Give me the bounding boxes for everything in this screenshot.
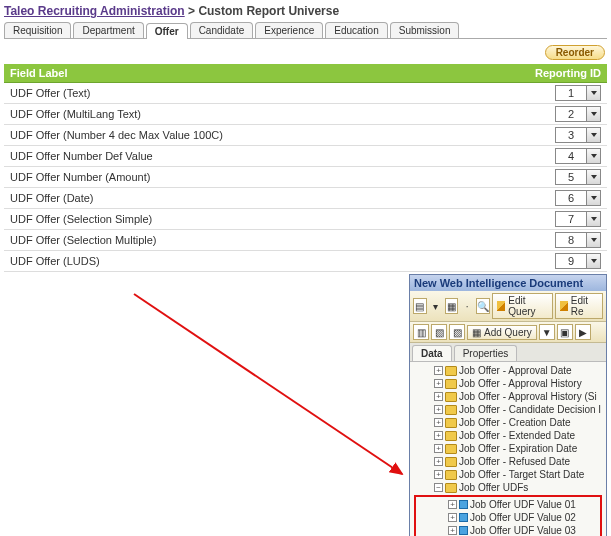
save-icon[interactable]: ▦ bbox=[445, 298, 459, 314]
tree-node-label: Job Offer - Target Start Date bbox=[459, 468, 584, 481]
folder-icon bbox=[445, 483, 457, 493]
tab-candidate[interactable]: Candidate bbox=[190, 22, 254, 38]
tab-education[interactable]: Education bbox=[325, 22, 387, 38]
svg-line-0 bbox=[134, 294, 402, 474]
toolbar-icon[interactable]: ▧ bbox=[431, 324, 447, 340]
table-row: UDF Offer Number (Amount)5 bbox=[4, 167, 607, 188]
tree-node-label: Job Offer UDF Value 02 bbox=[470, 511, 576, 524]
toolbar-icon[interactable]: ▥ bbox=[413, 324, 429, 340]
webi-subtabs: Data Properties bbox=[410, 343, 606, 362]
expand-icon[interactable]: + bbox=[448, 526, 457, 535]
expand-icon[interactable]: + bbox=[434, 457, 443, 466]
field-label-cell: UDF Offer (Date) bbox=[4, 188, 529, 209]
field-label-cell: UDF Offer (LUDS) bbox=[4, 251, 529, 272]
column-field-label: Field Label bbox=[4, 64, 529, 83]
table-row: UDF Offer (LUDS)9 bbox=[4, 251, 607, 272]
reporting-id-select[interactable]: 1 bbox=[555, 85, 601, 101]
tree-folder[interactable]: +Job Offer - Creation Date bbox=[414, 416, 602, 429]
tree-dimension[interactable]: +Job Offer UDF Value 03 bbox=[418, 524, 598, 536]
folder-icon bbox=[445, 405, 457, 415]
new-doc-icon[interactable]: ▤ bbox=[413, 298, 427, 314]
edit-report-button[interactable]: Edit Re bbox=[555, 293, 603, 319]
breadcrumb-separator: > bbox=[188, 4, 198, 18]
reporting-id-select[interactable]: 7 bbox=[555, 211, 601, 227]
dropdown-icon[interactable]: ▾ bbox=[429, 298, 443, 314]
field-label-cell: UDF Offer (Selection Multiple) bbox=[4, 230, 529, 251]
reporting-id-cell: 4 bbox=[529, 146, 607, 167]
field-label-cell: UDF Offer Number (Amount) bbox=[4, 167, 529, 188]
filter-icon[interactable]: ▼ bbox=[539, 324, 555, 340]
expand-icon[interactable]: + bbox=[434, 470, 443, 479]
universe-tree: +Job Offer - Approval Date+Job Offer - A… bbox=[410, 362, 606, 536]
chevron-down-icon bbox=[586, 254, 600, 268]
dimension-icon bbox=[459, 526, 468, 535]
reorder-button[interactable]: Reorder bbox=[545, 45, 605, 60]
expand-icon[interactable]: + bbox=[448, 500, 457, 509]
pencil-icon bbox=[497, 301, 505, 311]
reporting-id-cell: 2 bbox=[529, 104, 607, 125]
tree-folder-udfs[interactable]: −Job Offer UDFs bbox=[414, 481, 602, 494]
expand-icon[interactable]: + bbox=[434, 366, 443, 375]
reporting-id-select[interactable]: 9 bbox=[555, 253, 601, 269]
tree-folder[interactable]: +Job Offer - Target Start Date bbox=[414, 468, 602, 481]
folder-icon bbox=[445, 379, 457, 389]
tree-node-label: Job Offer - Candidate Decision I bbox=[459, 403, 601, 416]
toolbar-separator: · bbox=[460, 298, 474, 314]
dimension-icon bbox=[459, 513, 468, 522]
tree-folder[interactable]: +Job Offer - Approval History bbox=[414, 377, 602, 390]
expand-icon[interactable]: + bbox=[434, 379, 443, 388]
expand-icon[interactable]: + bbox=[448, 513, 457, 522]
plus-icon: ▦ bbox=[472, 327, 481, 338]
expand-icon[interactable]: + bbox=[434, 431, 443, 440]
tree-folder[interactable]: +Job Offer - Candidate Decision I bbox=[414, 403, 602, 416]
tree-dimension[interactable]: +Job Offer UDF Value 02 bbox=[418, 511, 598, 524]
toolbar-icon[interactable]: ▨ bbox=[449, 324, 465, 340]
tree-folder[interactable]: +Job Offer - Refused Date bbox=[414, 455, 602, 468]
reporting-id-select[interactable]: 6 bbox=[555, 190, 601, 206]
tree-folder[interactable]: +Job Offer - Approval History (Si bbox=[414, 390, 602, 403]
expand-icon[interactable]: + bbox=[434, 444, 443, 453]
tab-experience[interactable]: Experience bbox=[255, 22, 323, 38]
chevron-down-icon bbox=[586, 170, 600, 184]
table-row: UDF Offer (Number 4 dec Max Value 100C)3 bbox=[4, 125, 607, 146]
reporting-id-cell: 5 bbox=[529, 167, 607, 188]
webi-toolbar-1: ▤ ▾ ▦ · 🔍 Edit Query Edit Re bbox=[410, 291, 606, 322]
expand-icon[interactable]: + bbox=[434, 392, 443, 401]
tree-folder[interactable]: +Job Offer - Approval Date bbox=[414, 364, 602, 377]
tree-node-label: Job Offer UDF Value 03 bbox=[470, 524, 576, 536]
expand-icon[interactable]: + bbox=[434, 418, 443, 427]
tree-folder[interactable]: +Job Offer - Expiration Date bbox=[414, 442, 602, 455]
tab-submission[interactable]: Submission bbox=[390, 22, 460, 38]
field-label-cell: UDF Offer (Number 4 dec Max Value 100C) bbox=[4, 125, 529, 146]
tree-folder[interactable]: +Job Offer - Extended Date bbox=[414, 429, 602, 442]
field-label-cell: UDF Offer Number Def Value bbox=[4, 146, 529, 167]
search-icon[interactable]: 🔍 bbox=[476, 298, 490, 314]
tab-department[interactable]: Department bbox=[73, 22, 143, 38]
field-label-cell: UDF Offer (Selection Simple) bbox=[4, 209, 529, 230]
tab-properties[interactable]: Properties bbox=[454, 345, 518, 361]
tab-requisition[interactable]: Requisition bbox=[4, 22, 71, 38]
pencil-icon bbox=[560, 301, 568, 311]
webi-toolbar-2: ▥ ▧ ▨ ▦Add Query ▼ ▣ ▶ bbox=[410, 322, 606, 343]
toolbar-icon[interactable]: ▣ bbox=[557, 324, 573, 340]
folder-icon bbox=[445, 392, 457, 402]
field-grid: Field Label Reporting ID UDF Offer (Text… bbox=[4, 64, 607, 272]
run-icon[interactable]: ▶ bbox=[575, 324, 591, 340]
collapse-icon[interactable]: − bbox=[434, 483, 443, 492]
tree-dimension[interactable]: +Job Offer UDF Value 01 bbox=[418, 498, 598, 511]
tab-offer[interactable]: Offer bbox=[146, 23, 188, 39]
field-label-cell: UDF Offer (Text) bbox=[4, 83, 529, 104]
folder-icon bbox=[445, 431, 457, 441]
breadcrumb-link[interactable]: Taleo Recruiting Administration bbox=[4, 4, 185, 18]
folder-icon bbox=[445, 418, 457, 428]
edit-query-button[interactable]: Edit Query bbox=[492, 293, 553, 319]
reporting-id-select[interactable]: 3 bbox=[555, 127, 601, 143]
reporting-id-select[interactable]: 8 bbox=[555, 232, 601, 248]
reporting-id-select[interactable]: 5 bbox=[555, 169, 601, 185]
reporting-id-select[interactable]: 4 bbox=[555, 148, 601, 164]
webi-title: New Web Intelligence Document bbox=[410, 275, 606, 291]
expand-icon[interactable]: + bbox=[434, 405, 443, 414]
reporting-id-select[interactable]: 2 bbox=[555, 106, 601, 122]
add-query-button[interactable]: ▦Add Query bbox=[467, 325, 537, 340]
tab-data[interactable]: Data bbox=[412, 345, 452, 361]
